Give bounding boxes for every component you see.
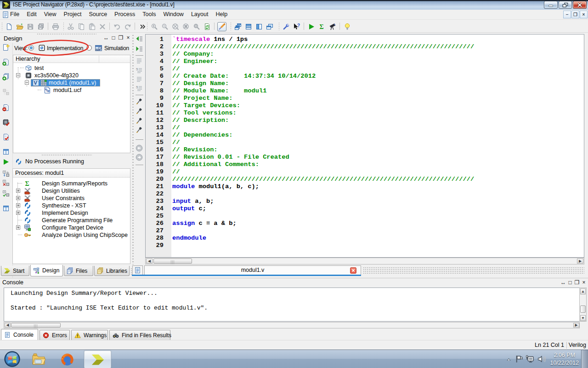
tray-network[interactable] [526, 355, 534, 363]
untabify-selection-button[interactable] [136, 67, 143, 75]
tab-close-icon[interactable] [350, 267, 356, 274]
menu-layout[interactable]: Layout [187, 10, 212, 19]
toggle-process-columns-button[interactable] [2, 205, 10, 213]
code-line[interactable]: ////////////////////////////////////////… [172, 176, 474, 183]
toolbar-tile-horizontally-button[interactable] [244, 22, 253, 31]
menu-window[interactable]: Window [159, 10, 187, 19]
menu-help[interactable]: Help [212, 10, 231, 19]
stop-process-button[interactable] [2, 179, 10, 187]
process-item-generate-programming-file[interactable]: Generate Programming File [13, 217, 130, 224]
hierarchy-item-test[interactable]: test [14, 64, 130, 72]
menu-file[interactable]: File [6, 10, 23, 19]
taskbar-explorer[interactable] [28, 351, 49, 368]
simulation-radio[interactable] [86, 45, 92, 51]
design-panel-close[interactable]: × [125, 34, 131, 41]
scroll-up-arrow[interactable]: ▲ [580, 288, 586, 294]
manual-compile-order-button[interactable] [2, 88, 10, 96]
design-panel-maximize[interactable]: □ [110, 34, 117, 41]
process-item-implement-design[interactable]: Implement Design [13, 209, 130, 217]
untabify-button[interactable] [136, 57, 143, 65]
toolbar-zoom-out-button[interactable] [160, 22, 170, 31]
menu-project[interactable]: Project [60, 10, 85, 19]
toolbar-save-button[interactable] [26, 22, 35, 31]
design-properties-button[interactable] [2, 119, 10, 126]
code-line[interactable]: // [172, 65, 184, 73]
console-panel-maximize[interactable]: □ [567, 279, 573, 286]
console-vscrollbar[interactable]: ▲ ▼ [579, 288, 587, 322]
tray-show-hidden[interactable] [505, 356, 512, 362]
toolbar-undo-button[interactable] [113, 22, 122, 31]
panel-splitter[interactable] [41, 154, 92, 156]
rerun-all-button[interactable] [2, 190, 10, 198]
console-tab-warnings[interactable]: Warnings [71, 330, 108, 340]
design-panel-float[interactable]: ↔ [103, 34, 109, 41]
indent-button[interactable] [136, 45, 143, 53]
tab-files[interactable]: Files [64, 266, 93, 276]
outdent-button[interactable] [136, 35, 143, 43]
toolbar-tile-vertically-button[interactable] [254, 22, 264, 31]
rerun-process-button[interactable] [2, 170, 10, 178]
remove-source-button[interactable] [2, 104, 10, 112]
code-line[interactable]: // Tool versions: [172, 109, 240, 117]
run-selected-process-button[interactable] [2, 158, 10, 166]
code-line[interactable]: `timescale 1ns / 1ps [172, 36, 248, 43]
toolbar-new-file-button[interactable] [5, 22, 14, 31]
tab-start[interactable]: Start [1, 266, 29, 276]
tray-volume[interactable] [537, 355, 546, 363]
toolbar-intelligent-help-button[interactable] [343, 22, 352, 31]
editor-hscroll-thumb[interactable] [153, 259, 192, 264]
toolbar-float-window-button[interactable] [265, 22, 274, 31]
taskbar-firefox[interactable] [57, 351, 77, 368]
code-line[interactable]: // [172, 139, 180, 146]
toolbar-edit-mode-button[interactable] [217, 22, 226, 31]
process-item-configure-target-device[interactable]: Configure Target Device [13, 224, 130, 231]
code-line[interactable]: // Engineer: [172, 58, 221, 65]
menu-tools[interactable]: Tools [139, 10, 159, 19]
tab-libraries[interactable]: Libraries [94, 266, 130, 276]
toolbar-delete-button[interactable] [98, 22, 107, 31]
close-button[interactable] [573, 1, 587, 9]
code-line[interactable]: // Dependencies: [172, 132, 237, 139]
menubar-mdi-minimize-button[interactable]: – [563, 11, 571, 18]
code-line[interactable]: // Company: [172, 51, 218, 58]
toolbar-design-summary-button[interactable] [317, 22, 327, 31]
console-tab-find-in-files-results[interactable]: Find in Files Results [109, 330, 170, 340]
toolbar-open-file-button[interactable] [15, 22, 24, 31]
menu-source[interactable]: Source [85, 10, 111, 19]
console-hscroll-thumb[interactable] [11, 323, 61, 328]
code-line[interactable]: // Revision 0.01 - File Created [172, 154, 289, 161]
tabify-selection-button[interactable] [136, 85, 143, 92]
add-copy-of-source-button[interactable] [2, 73, 10, 81]
hierarchy-item-modul1[interactable]: modul1 (modul1.v) [14, 79, 130, 86]
toolbar-refresh-button[interactable] [203, 22, 212, 31]
toolbar-grip[interactable] [63, 22, 64, 30]
tabify-button[interactable] [136, 75, 143, 83]
toggle-columns-button[interactable] [2, 148, 10, 156]
toolbar-grip[interactable] [230, 22, 232, 30]
code-line[interactable]: // [172, 124, 180, 132]
menubar-mdi-close-button[interactable]: × [580, 11, 588, 18]
toolbar-copy-button[interactable] [77, 22, 86, 31]
toolbar-grip[interactable] [147, 22, 148, 30]
console-panel-close[interactable]: × [581, 279, 587, 286]
toolbar-print-button[interactable] [51, 22, 60, 31]
console-output[interactable]: Launching Design Summary/Report Viewer..… [4, 288, 580, 322]
restore-button[interactable] [559, 1, 572, 9]
console-vscroll-thumb[interactable] [580, 305, 586, 313]
code-line[interactable]: // Project Name: [172, 95, 237, 102]
toolbar-whats-this-help-button[interactable] [292, 22, 301, 31]
code-line[interactable]: // [172, 168, 180, 176]
previous-bookmark-button[interactable] [136, 117, 143, 125]
code-line[interactable]: module modul1(a, b, c); [172, 183, 259, 190]
source-properties-button[interactable] [2, 133, 10, 141]
toolbar-zoom-selection-button[interactable] [192, 22, 201, 31]
toolbar-redo-button[interactable] [123, 22, 132, 31]
process-item-synthesize-xst[interactable]: Synthesize - XST [13, 202, 130, 209]
code-line[interactable]: // Revision: [172, 146, 221, 154]
minimize-button[interactable] [544, 1, 558, 9]
code-line[interactable]: assign c = a & b; [172, 220, 237, 227]
simulation-label[interactable]: Simulation [104, 45, 129, 52]
code-line[interactable]: // Create Date: 14:37:34 10/14/2012 [172, 73, 319, 80]
menu-view[interactable]: View [40, 10, 60, 19]
code-line[interactable]: output c; [172, 205, 206, 213]
